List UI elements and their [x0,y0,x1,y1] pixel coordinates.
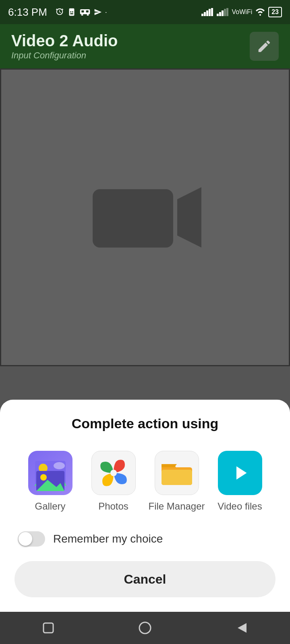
home-nav-button[interactable] [133,616,157,640]
remember-toggle[interactable] [18,531,45,547]
svg-rect-9 [201,14,203,16]
svg-rect-18 [226,8,228,16]
status-time: 6:13 PM [8,6,47,19]
svg-rect-12 [209,9,211,16]
camera-icon [89,177,201,258]
svg-rect-17 [224,9,226,16]
play-svg [228,461,252,485]
svg-rect-5 [81,14,83,16]
remember-label: Remember my choice [53,533,163,545]
svg-rect-14 [217,14,219,16]
svg-rect-16 [222,10,224,16]
folder-svg [160,458,194,487]
sim-icon [67,8,76,17]
filemanager-option[interactable]: File Manager [145,451,208,512]
svg-marker-28 [236,466,247,480]
remember-row: Remember my choice [14,531,276,547]
gallery-label: Gallery [35,501,65,512]
svg-rect-15 [219,12,221,16]
svg-rect-13 [211,8,213,16]
svg-rect-10 [204,12,206,16]
status-icons-left: · [55,8,107,17]
svg-point-23 [39,464,48,473]
videofiles-option[interactable]: Video files [208,451,271,512]
send-icon [94,8,102,16]
svg-marker-20 [177,187,201,248]
bottom-sheet-title: Complete action using [14,416,276,431]
status-bar: 6:13 PM · VoWiFi 23 [0,0,290,24]
svg-point-30 [139,622,151,634]
toggle-knob [19,532,32,546]
nav-bar [0,612,290,644]
signal-icon-2 [217,8,229,16]
battery-indicator: 23 [268,7,282,17]
photos-label: Photos [98,501,128,512]
svg-rect-8 [86,10,88,12]
edit-button[interactable] [250,32,279,61]
edit-icon [257,39,272,54]
svg-rect-11 [206,10,208,16]
gallery-svg [34,460,66,486]
svg-rect-27 [162,470,192,485]
back-icon [234,621,249,635]
svg-rect-19 [93,189,173,248]
videofiles-label: Video files [218,501,262,512]
signal-icon-1 [201,8,213,16]
video-preview-area [0,68,290,366]
svg-rect-3 [70,13,73,14]
alarm-icon [55,8,64,17]
photos-option[interactable]: Photos [82,451,145,512]
svg-marker-24 [34,471,66,486]
svg-point-25 [54,462,65,469]
photos-svg [97,457,130,489]
svg-rect-0 [69,8,74,16]
svg-point-26 [110,470,117,476]
app-title: Video 2 Audio [11,32,118,50]
cancel-button[interactable]: Cancel [14,561,276,597]
photos-icon-bg [91,451,136,495]
svg-rect-1 [70,11,71,12]
svg-marker-31 [238,623,246,633]
wifi-icon [255,8,265,16]
filemanager-icon-bg [155,451,199,495]
app-options-row: Gallery Photos [14,451,276,512]
svg-rect-29 [44,623,53,633]
vowifi-indicator: VoWiFi [232,8,253,16]
dot-indicator: · [105,8,107,17]
video-placeholder-icon [89,177,201,258]
app-title-block: Video 2 Audio Input Configuration [11,32,118,61]
status-icons-right: VoWiFi 23 [201,7,282,17]
svg-rect-2 [72,11,73,12]
filemanager-label: File Manager [148,501,205,512]
recents-nav-button[interactable] [36,616,60,640]
gallery-icon-bg [28,451,72,495]
square-icon [41,621,56,635]
back-nav-button[interactable] [230,616,254,640]
bottom-sheet: Complete action using Gallery [0,400,290,612]
gallery-option[interactable]: Gallery [19,451,82,512]
svg-rect-6 [87,14,89,16]
cancel-label: Cancel [124,572,166,587]
app-header: Video 2 Audio Input Configuration [0,24,290,68]
app-subtitle: Input Configuration [11,50,118,61]
videofiles-icon-bg [218,451,262,495]
svg-rect-7 [81,10,84,12]
circle-icon [137,620,153,636]
transport-icon [79,8,91,17]
